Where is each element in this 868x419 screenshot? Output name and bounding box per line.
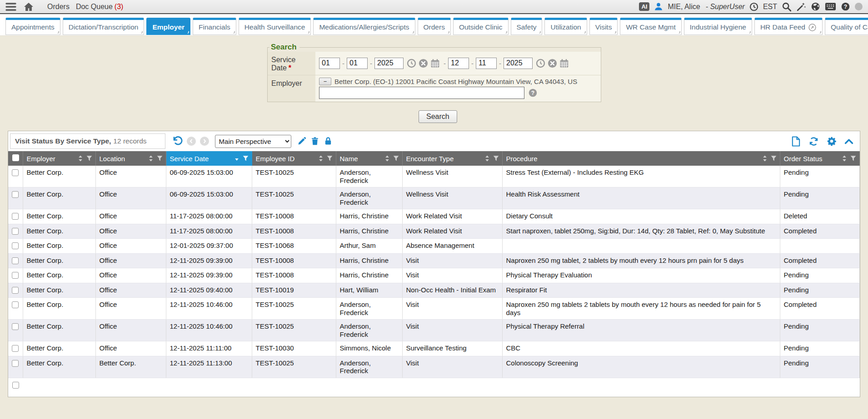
table-row[interactable]: Better Corp. Office 12-11-2025 11:11:00 … <box>8 341 860 356</box>
table-row[interactable]: Better Corp. Office 06-09-2025 15:03:00 … <box>8 187 860 209</box>
table-row[interactable]: Better Corp. Office 12-11-2025 10:46:00 … <box>8 298 860 320</box>
row-checkbox[interactable] <box>12 301 19 308</box>
col-name[interactable]: Name <box>336 151 402 166</box>
col-employer[interactable]: Employer <box>23 151 95 166</box>
date-from-month-input[interactable] <box>319 58 340 69</box>
sort-icon[interactable] <box>842 155 847 162</box>
undo-icon[interactable] <box>172 136 183 147</box>
calendar-icon[interactable] <box>559 58 569 69</box>
status-dot[interactable] <box>855 3 863 10</box>
time-picker-icon[interactable] <box>535 58 546 69</box>
footer-select-checkbox[interactable] <box>12 382 19 389</box>
lock-icon[interactable] <box>324 137 333 146</box>
select-all-header[interactable] <box>8 151 23 166</box>
perspective-select[interactable]: Main Perspective <box>215 135 291 148</box>
tab-financials[interactable]: Financials <box>193 18 236 35</box>
globe-icon[interactable] <box>811 2 820 11</box>
refresh-icon[interactable] <box>808 136 819 147</box>
tab-health-surveillance[interactable]: Health Surveillance <box>239 18 311 35</box>
row-checkbox[interactable] <box>12 323 19 330</box>
col-location[interactable]: Location <box>95 151 166 166</box>
collapse-chevron-icon[interactable] <box>844 138 853 144</box>
tab-quality-of-care[interactable]: Quality of Care <box>825 18 868 35</box>
tab-industrial-hygiene[interactable]: Industrial Hygiene <box>684 18 752 35</box>
filter-icon[interactable] <box>493 155 499 162</box>
row-checkbox[interactable] <box>12 257 19 264</box>
date-from-year-input[interactable] <box>374 58 404 69</box>
keyboard-icon[interactable] <box>825 2 836 11</box>
col-service-date[interactable]: Service Date <box>166 151 252 166</box>
user-name[interactable]: MIE, Alice <box>668 3 700 11</box>
tab-dictation-transcription[interactable]: Dictation/Transcription <box>63 18 145 35</box>
sort-icon[interactable] <box>762 155 768 162</box>
delete-perspective-icon[interactable] <box>310 137 319 146</box>
tab-orders[interactable]: Orders <box>418 18 451 35</box>
table-row[interactable]: Better Corp. Office 06-09-2025 15:03:00 … <box>8 166 860 187</box>
edit-perspective-icon[interactable] <box>297 137 306 146</box>
row-checkbox[interactable] <box>12 360 19 367</box>
date-from-day-input[interactable] <box>347 58 368 69</box>
filter-icon[interactable] <box>86 155 93 162</box>
tab-visits[interactable]: Visits <box>589 18 618 35</box>
table-row[interactable]: Better Corp. Office 12-11-2025 10:46:00 … <box>8 320 860 341</box>
sort-desc-icon[interactable] <box>234 155 239 162</box>
date-to-day-input[interactable] <box>476 58 497 69</box>
sort-icon[interactable] <box>148 155 154 162</box>
sort-icon[interactable] <box>78 155 83 162</box>
filter-icon[interactable] <box>850 155 857 162</box>
field-help-icon[interactable]: ? <box>528 88 538 98</box>
table-row[interactable]: Better Corp. Office 11-17-2025 08:00:00 … <box>8 209 860 224</box>
next-perspective-icon[interactable] <box>200 137 209 146</box>
employer-search-input[interactable] <box>319 87 524 99</box>
select-all-checkbox[interactable] <box>12 154 19 161</box>
row-checkbox[interactable] <box>12 228 19 235</box>
date-to-year-input[interactable] <box>504 58 533 69</box>
tab-utilization[interactable]: Utilization <box>544 18 587 35</box>
col-order-status[interactable]: Order Status <box>780 151 860 166</box>
help-icon[interactable]: ? <box>841 2 850 11</box>
date-to-month-input[interactable] <box>448 58 469 69</box>
calendar-icon[interactable] <box>430 58 440 69</box>
hamburger-menu-icon[interactable] <box>5 2 16 11</box>
filter-icon[interactable] <box>770 155 777 162</box>
time-picker-icon[interactable] <box>406 58 417 69</box>
clear-date-icon[interactable] <box>547 58 558 69</box>
clear-date-icon[interactable] <box>418 58 429 69</box>
prev-perspective-icon[interactable] <box>187 137 196 146</box>
tab-wr-case-mgmt[interactable]: WR Case Mgmt <box>620 18 681 35</box>
tab-outside-clinic[interactable]: Outside Clinic <box>453 18 509 35</box>
sort-icon[interactable] <box>318 155 324 162</box>
search-icon[interactable] <box>782 2 792 12</box>
table-row[interactable]: Better Corp. Office 12-11-2025 09:39:00 … <box>8 253 860 268</box>
export-document-icon[interactable] <box>791 136 801 147</box>
search-button[interactable]: Search <box>419 110 457 123</box>
filter-icon[interactable] <box>326 155 333 162</box>
table-row[interactable]: Better Corp. Office 11-17-2025 08:00:00 … <box>8 224 860 239</box>
row-checkbox[interactable] <box>12 272 19 279</box>
home-icon[interactable] <box>24 2 34 11</box>
tab-employer[interactable]: Employer <box>146 18 190 35</box>
row-checkbox[interactable] <box>12 191 19 198</box>
sort-icon[interactable] <box>484 155 490 162</box>
breadcrumb-doc-queue[interactable]: Doc Queue(3) <box>76 3 124 11</box>
row-checkbox[interactable] <box>12 169 19 176</box>
row-checkbox[interactable] <box>12 345 19 352</box>
filter-icon[interactable] <box>242 155 249 162</box>
filter-icon[interactable] <box>393 155 399 162</box>
settings-gear-icon[interactable] <box>827 136 837 146</box>
tab-safety[interactable]: Safety <box>511 18 543 35</box>
tab-appointments[interactable]: Appointments <box>5 18 60 35</box>
row-checkbox[interactable] <box>12 287 19 294</box>
ai-badge[interactable]: AI <box>639 2 649 11</box>
col-procedure[interactable]: Procedure <box>502 151 780 166</box>
tab-medications-allergies-scripts[interactable]: Medications/Allergies/Scripts <box>313 18 415 35</box>
sort-icon[interactable] <box>384 155 390 162</box>
col-employee-id[interactable]: Employee ID <box>252 151 336 166</box>
breadcrumb-orders[interactable]: Orders <box>47 3 70 11</box>
remove-employer-button[interactable]: − <box>319 78 331 85</box>
table-row[interactable]: Better Corp. Office 12-01-2025 09:37:00 … <box>8 239 860 254</box>
col-encounter-type[interactable]: Encounter Type <box>402 151 502 166</box>
table-row[interactable]: Better Corp. Office 12-11-2025 09:39:00 … <box>8 268 860 283</box>
magic-wand-icon[interactable] <box>796 2 806 12</box>
clock-icon[interactable] <box>749 2 758 11</box>
